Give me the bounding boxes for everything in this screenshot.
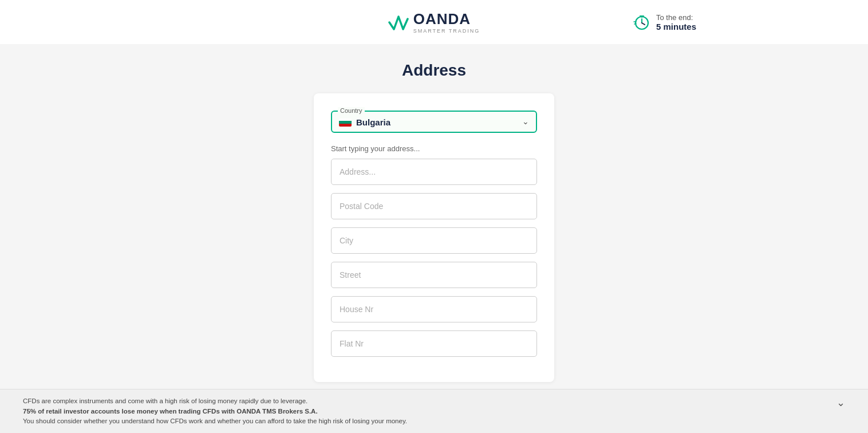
street-input[interactable] (331, 262, 537, 288)
svg-line-6 (634, 23, 636, 24)
disclaimer-line2: 75% of retail investor accounts lose mon… (23, 408, 318, 415)
address-input[interactable] (331, 159, 537, 185)
form-card: Country Bulgaria ⌄ Start typing your add… (314, 93, 554, 382)
disclaimer-bar: CFDs are complex instruments and come wi… (0, 389, 868, 433)
house-nr-input[interactable] (331, 296, 537, 322)
country-label: Country (338, 107, 365, 114)
timer-icon (633, 14, 650, 31)
flat-nr-input[interactable] (331, 330, 537, 357)
main-content: Address Country Bulgaria ⌄ (0, 44, 868, 433)
city-input[interactable] (331, 227, 537, 254)
disclaimer-line3: You should consider whether you understa… (23, 418, 407, 424)
country-flag-name: Bulgaria (339, 115, 390, 127)
oanda-logo-icon (388, 11, 409, 34)
timer-label: To the end: (656, 13, 696, 22)
disclaimer-collapse-button[interactable]: ⌄ (837, 396, 845, 409)
country-field[interactable]: Country Bulgaria ⌄ (331, 111, 537, 133)
address-hint: Start typing your address... (331, 144, 537, 153)
timer-value: 5 minutes (656, 22, 696, 32)
header: OANDA SMARTER TRADING To the end: 5 minu… (0, 0, 868, 44)
country-select[interactable]: Bulgaria ⌄ (339, 115, 529, 127)
disclaimer-text: CFDs are complex instruments and come wi… (23, 396, 825, 426)
svg-line-2 (642, 23, 645, 25)
logo: OANDA SMARTER TRADING (388, 10, 480, 34)
logo-brand: OANDA (413, 10, 471, 28)
logo-text: OANDA SMARTER TRADING (413, 10, 480, 34)
postal-code-input[interactable] (331, 193, 537, 219)
country-value: Bulgaria (356, 117, 390, 127)
disclaimer-line1: CFDs are complex instruments and come wi… (23, 397, 307, 404)
timer-text: To the end: 5 minutes (656, 13, 696, 32)
page-title: Address (402, 61, 466, 80)
chevron-down-icon: ⌄ (522, 117, 529, 126)
logo-tagline: SMARTER TRADING (413, 28, 480, 34)
timer: To the end: 5 minutes (633, 13, 696, 32)
bulgaria-flag (339, 119, 352, 127)
